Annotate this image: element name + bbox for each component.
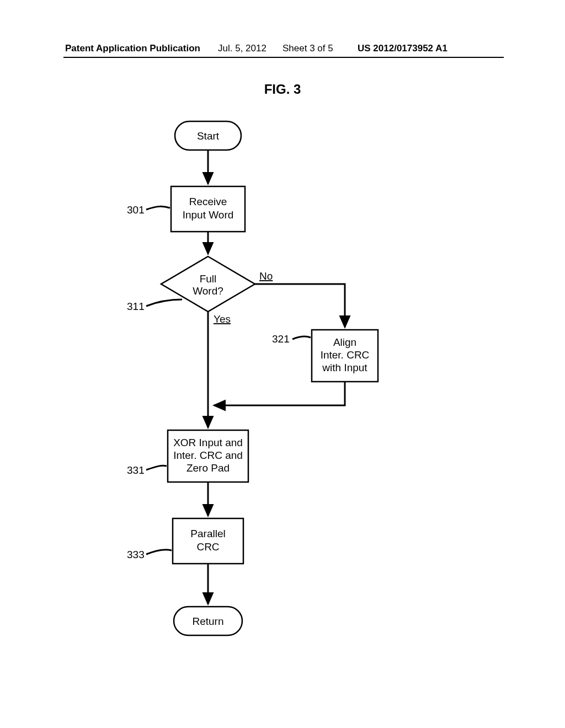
align-l1: Align	[333, 336, 356, 348]
ref-331: 331	[127, 464, 145, 476]
page-header: Patent Application Publication Jul. 5, 2…	[0, 43, 565, 57]
decision-l1: Full	[200, 273, 217, 285]
edge-decision-align	[255, 284, 345, 327]
return-label: Return	[192, 615, 223, 627]
align-l3: with Input	[322, 362, 367, 373]
ref-311: 311	[127, 301, 145, 312]
decision-l2: Word?	[193, 285, 223, 297]
xor-l2: Inter. CRC and	[173, 449, 243, 461]
edge-label-no: No	[259, 270, 273, 282]
edge-label-yes: Yes	[214, 313, 231, 325]
receive-l1: Receive	[189, 196, 227, 207]
align-l2: Inter. CRC	[321, 349, 370, 361]
header-sheet: Sheet 3 of 5	[282, 43, 333, 54]
receive-l2: Input Word	[183, 209, 234, 221]
flowchart: Start Receive Input Word 301 Full Word? …	[127, 119, 436, 670]
figure-title: FIG. 3	[0, 82, 565, 97]
ref-leader-311	[146, 299, 182, 306]
ref-leader-301	[146, 206, 170, 210]
header-divider	[63, 57, 504, 58]
header-publication: Patent Application Publication	[65, 43, 200, 54]
parallel-l1: Parallel	[190, 528, 225, 539]
start-label: Start	[197, 130, 220, 142]
ref-leader-333	[146, 550, 172, 554]
header-date: Jul. 5, 2012	[218, 43, 266, 54]
ref-leader-321	[292, 336, 311, 339]
edge-align-merge	[214, 382, 345, 405]
parallel-l2: CRC	[196, 541, 219, 553]
ref-leader-331	[146, 465, 167, 470]
page: Patent Application Publication Jul. 5, 2…	[0, 0, 565, 728]
header-pubnum: US 2012/0173952 A1	[358, 43, 447, 54]
xor-l1: XOR Input and	[173, 437, 243, 448]
ref-321: 321	[272, 333, 290, 345]
xor-l3: Zero Pad	[186, 462, 230, 474]
ref-333: 333	[127, 549, 145, 560]
ref-301: 301	[127, 204, 145, 216]
